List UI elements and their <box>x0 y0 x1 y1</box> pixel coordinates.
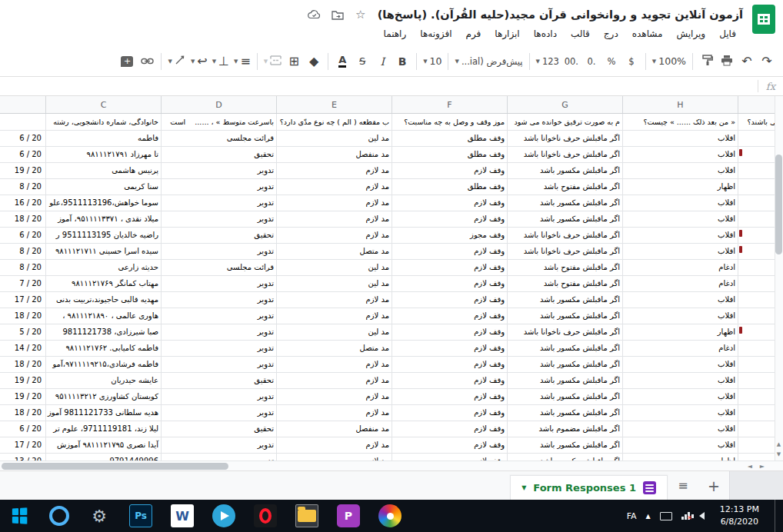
picsart-icon[interactable]: P <box>337 504 360 527</box>
cell-tarqiq-condition[interactable]: اگر ماقبلش مکسور باشد <box>508 292 623 308</box>
column-header-F[interactable]: F <box>392 96 508 113</box>
show-desktop-button[interactable] <box>775 500 780 532</box>
cell-tajweed-rule[interactable]: اقلاب <box>623 244 738 259</box>
opera-icon[interactable] <box>254 504 277 527</box>
cell-tajweed-rule[interactable]: اقلاب <box>623 357 738 372</box>
cell-tarqiq-condition[interactable]: اگر ماقبلش مکسور باشد <box>508 195 623 211</box>
cell-tarqiq-condition[interactable]: اگر ماقبلش مکسور باشد <box>508 163 623 178</box>
telegram-icon[interactable] <box>212 504 235 527</box>
cell-score[interactable]: 17 / 20 <box>0 292 46 308</box>
cell-score[interactable]: 8 / 20 <box>0 244 46 259</box>
text-wrap-button[interactable]: ↩▼ <box>188 51 210 72</box>
insert-comment-button[interactable]: + <box>117 51 137 72</box>
cell-name[interactable]: سیده اسرا حسینی ۹۸۱۱۱۲۱۷۱۱ <box>46 244 162 259</box>
cell-name[interactable]: لیلا زند، 9711119181، علوم تر <box>46 421 162 437</box>
menu-item-مشاهده[interactable]: مشاهده <box>625 28 670 39</box>
currency-format-button[interactable]: $ <box>621 51 641 72</box>
cell-score[interactable]: 18 / 20 <box>0 357 46 372</box>
cell-tarqiq-condition[interactable]: اگر ماقبلش حرف ناخوانا باشد <box>508 324 623 340</box>
cell-waqf-answer[interactable]: وقف مطلق <box>392 131 508 146</box>
cell-recitation-type[interactable]: تدویر <box>162 276 277 291</box>
cell-waqf-answer[interactable]: وقف لازم <box>392 195 508 211</box>
cell-tajweed-rule[interactable]: اقلاب <box>623 389 738 404</box>
cell-madd-answer[interactable]: مد لازم <box>277 179 392 195</box>
cell-tarqiq-condition[interactable]: اگر ماقبلش مفتوح باشد <box>508 179 623 195</box>
bold-button[interactable]: B <box>392 51 412 72</box>
cell-madd-answer[interactable]: مد لازم <box>277 357 392 372</box>
start-button[interactable] <box>0 500 38 532</box>
cell-tarqiq-condition[interactable]: اگر ماقبلش مضموم باشد <box>508 421 623 437</box>
cell-madd-answer[interactable]: مد متصل <box>277 341 392 356</box>
paint-format-button[interactable] <box>697 51 717 72</box>
cell-madd-answer[interactable]: مد لازم <box>277 373 392 388</box>
all-sheets-button[interactable]: ≡ <box>668 478 698 493</box>
cell-score[interactable]: 8 / 20 <box>0 179 46 195</box>
text-rotation-button[interactable]: ▼ <box>165 51 188 72</box>
cell-madd-answer[interactable]: مد لین <box>277 276 392 291</box>
cell-name[interactable]: صبا شیرزادی، 9811121738 <box>46 324 162 340</box>
horizontal-scrollbar-thumb[interactable] <box>2 463 228 470</box>
cell-tajweed-rule[interactable]: اقلاب <box>623 228 738 243</box>
fill-color-button[interactable]: ◆ <box>304 51 324 72</box>
cell-score[interactable]: 16 / 20 <box>0 195 46 211</box>
menu-item-فایل[interactable]: فایل <box>712 28 743 39</box>
cell-score[interactable]: 18 / 20 <box>0 405 46 421</box>
settings-gear-icon[interactable]: ⚙ <box>88 504 111 527</box>
cell-madd-answer[interactable]: مد لازم <box>277 292 392 308</box>
google-sheets-logo-icon[interactable] <box>752 5 775 34</box>
redo-button[interactable]: ↶ <box>737 51 757 72</box>
cell-score[interactable]: 19 / 20 <box>0 163 46 178</box>
cell-score[interactable]: 6 / 20 <box>0 228 46 243</box>
cell-tarqiq-condition[interactable]: اگر ماقبلش مکسور باشد <box>508 405 623 421</box>
cell-waqf-answer[interactable]: وقف لازم <box>392 437 508 453</box>
cell-tarqiq-condition[interactable]: اگر ماقبلش مکسور باشد <box>508 373 623 388</box>
cell-tajweed-rule[interactable]: اظهار <box>623 179 738 195</box>
cell-madd-answer[interactable]: مد لازم <box>277 308 392 324</box>
merge-cells-button[interactable]: ▼ <box>262 51 284 72</box>
cell-tarqiq-condition[interactable]: اگر ماقبلش مکسور باشد <box>508 341 623 356</box>
cell-name[interactable]: پرنیس هاشمی <box>46 163 162 178</box>
cell-waqf-answer[interactable]: وقف لازم <box>392 421 508 437</box>
menu-item-درج[interactable]: درج <box>597 28 625 39</box>
menu-item-راهنما[interactable]: راهنما <box>377 28 414 39</box>
column-header-E[interactable]: E <box>277 96 392 113</box>
cell-waqf-answer[interactable]: وقف لازم <box>392 357 508 372</box>
cell-name[interactable]: فاطمه <box>46 131 162 146</box>
cell-question-c[interactable]: خانوادگی، شماره دانشجویی، رشته <box>46 114 162 130</box>
cell-tajweed-rule[interactable]: ادغام <box>623 341 738 356</box>
cell-question-g[interactable]: م به صورت ترقیق خوانده می شود <box>508 114 623 130</box>
cell-recitation-type[interactable]: تحقیق <box>162 147 277 162</box>
cell-tajweed-rule[interactable]: اقلاب <box>623 373 738 388</box>
column-header-G[interactable]: G <box>508 96 623 113</box>
cell-madd-answer[interactable]: مد لازم <box>277 211 392 227</box>
cell-name[interactable]: میلاد نقدی ، ۹۵۱۱۱۱۳۳۷۱، آموز <box>46 211 162 227</box>
cell-tajweed-rule[interactable]: ادغام <box>623 260 738 275</box>
cell-score[interactable]: 6 / 20 <box>0 131 46 146</box>
tab-menu-chevron-icon[interactable]: ▼ <box>521 484 526 491</box>
cell-tarqiq-condition[interactable]: اگر ماقبلش مکسور باشد <box>508 389 623 404</box>
add-sheet-button[interactable]: + <box>698 477 729 494</box>
cell-waqf-answer[interactable]: وقف لازم <box>392 163 508 178</box>
cell-tajweed-rule[interactable]: اظهار <box>623 324 738 340</box>
keyboard-tray-icon[interactable] <box>660 512 672 520</box>
cell-question-d[interactable]: باسرعت متوسط » ، ...... است <box>162 114 277 130</box>
cell-waqf-answer[interactable]: وقف لازم <box>392 389 508 404</box>
italic-button[interactable]: I <box>372 51 392 72</box>
cell-madd-answer[interactable]: مد لازم <box>277 437 392 453</box>
cell-recitation-type[interactable]: تدویر <box>162 437 277 453</box>
cell-recitation-type[interactable]: تدویر <box>162 341 277 356</box>
cell-madd-answer[interactable]: مد لازم <box>277 405 392 421</box>
cell-waqf-answer[interactable]: وقف لازم <box>392 260 508 275</box>
cell-recitation-type[interactable]: تدویر <box>162 195 277 211</box>
cell-name[interactable]: تا مهرزاد ۹۸۱۱۱۲۱۷۹۱ <box>46 147 162 162</box>
cell-recitation-type[interactable]: قرائت مجلسی <box>162 131 277 146</box>
cell-tajweed-rule[interactable]: اقلاب <box>623 131 738 146</box>
cell-score[interactable]: 19 / 20 <box>0 373 46 388</box>
cell-tajweed-rule[interactable]: اقلاب <box>623 437 738 453</box>
cell-name[interactable]: مهتاب کمانگر ۹۸۱۱۱۲۱۷۶۹ <box>46 276 162 291</box>
cell-waqf-answer[interactable]: وقف لازم <box>392 211 508 227</box>
cell-tajweed-rule[interactable]: اقلاب <box>623 147 738 162</box>
cell-madd-answer[interactable]: مد متصل <box>277 244 392 259</box>
cell-tajweed-rule[interactable]: اقلاب <box>623 421 738 437</box>
scroll-down-icon[interactable]: ▼ <box>775 450 783 460</box>
